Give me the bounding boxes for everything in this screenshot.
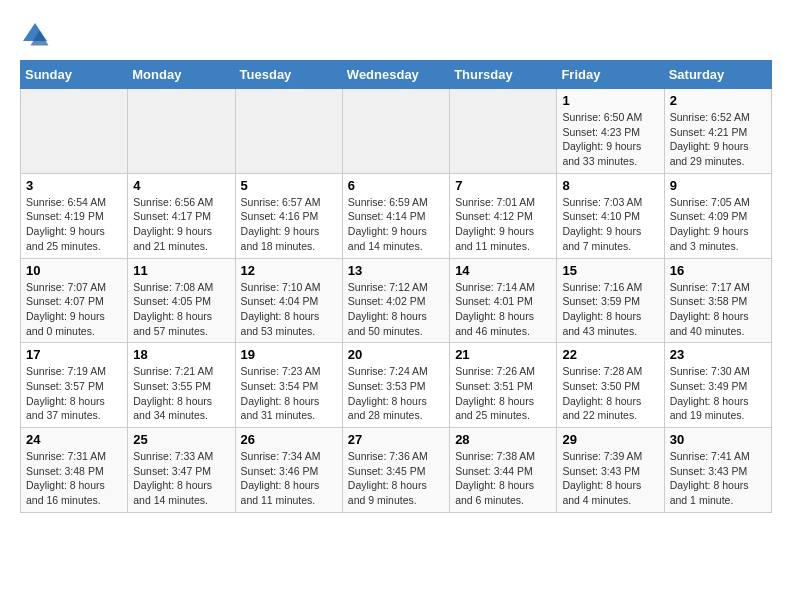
day-info: Sunrise: 7:12 AM Sunset: 4:02 PM Dayligh…: [348, 280, 444, 339]
day-info: Sunrise: 7:08 AM Sunset: 4:05 PM Dayligh…: [133, 280, 229, 339]
day-info: Sunrise: 7:38 AM Sunset: 3:44 PM Dayligh…: [455, 449, 551, 508]
day-number: 13: [348, 263, 444, 278]
day-info: Sunrise: 7:17 AM Sunset: 3:58 PM Dayligh…: [670, 280, 766, 339]
calendar-cell: 21Sunrise: 7:26 AM Sunset: 3:51 PM Dayli…: [450, 343, 557, 428]
calendar-cell: 13Sunrise: 7:12 AM Sunset: 4:02 PM Dayli…: [342, 258, 449, 343]
day-info: Sunrise: 6:52 AM Sunset: 4:21 PM Dayligh…: [670, 110, 766, 169]
day-number: 15: [562, 263, 658, 278]
day-number: 2: [670, 93, 766, 108]
calendar-cell: [21, 89, 128, 174]
day-info: Sunrise: 7:19 AM Sunset: 3:57 PM Dayligh…: [26, 364, 122, 423]
calendar-cell: 20Sunrise: 7:24 AM Sunset: 3:53 PM Dayli…: [342, 343, 449, 428]
day-info: Sunrise: 7:34 AM Sunset: 3:46 PM Dayligh…: [241, 449, 337, 508]
calendar-cell: 10Sunrise: 7:07 AM Sunset: 4:07 PM Dayli…: [21, 258, 128, 343]
day-info: Sunrise: 6:56 AM Sunset: 4:17 PM Dayligh…: [133, 195, 229, 254]
calendar-cell: 12Sunrise: 7:10 AM Sunset: 4:04 PM Dayli…: [235, 258, 342, 343]
day-info: Sunrise: 7:26 AM Sunset: 3:51 PM Dayligh…: [455, 364, 551, 423]
calendar-cell: 30Sunrise: 7:41 AM Sunset: 3:43 PM Dayli…: [664, 428, 771, 513]
calendar-week-1: 1Sunrise: 6:50 AM Sunset: 4:23 PM Daylig…: [21, 89, 772, 174]
calendar-cell: 28Sunrise: 7:38 AM Sunset: 3:44 PM Dayli…: [450, 428, 557, 513]
col-monday: Monday: [128, 61, 235, 89]
calendar-header: Sunday Monday Tuesday Wednesday Thursday…: [21, 61, 772, 89]
logo-icon: [20, 20, 50, 50]
calendar-cell: 7Sunrise: 7:01 AM Sunset: 4:12 PM Daylig…: [450, 173, 557, 258]
col-saturday: Saturday: [664, 61, 771, 89]
day-info: Sunrise: 7:01 AM Sunset: 4:12 PM Dayligh…: [455, 195, 551, 254]
day-number: 12: [241, 263, 337, 278]
day-info: Sunrise: 7:07 AM Sunset: 4:07 PM Dayligh…: [26, 280, 122, 339]
calendar-cell: 27Sunrise: 7:36 AM Sunset: 3:45 PM Dayli…: [342, 428, 449, 513]
calendar-table: Sunday Monday Tuesday Wednesday Thursday…: [20, 60, 772, 513]
day-number: 24: [26, 432, 122, 447]
day-number: 7: [455, 178, 551, 193]
day-number: 25: [133, 432, 229, 447]
day-info: Sunrise: 6:59 AM Sunset: 4:14 PM Dayligh…: [348, 195, 444, 254]
day-info: Sunrise: 7:14 AM Sunset: 4:01 PM Dayligh…: [455, 280, 551, 339]
calendar-cell: 8Sunrise: 7:03 AM Sunset: 4:10 PM Daylig…: [557, 173, 664, 258]
day-number: 6: [348, 178, 444, 193]
calendar-cell: [235, 89, 342, 174]
day-info: Sunrise: 7:10 AM Sunset: 4:04 PM Dayligh…: [241, 280, 337, 339]
calendar-week-3: 10Sunrise: 7:07 AM Sunset: 4:07 PM Dayli…: [21, 258, 772, 343]
day-info: Sunrise: 7:41 AM Sunset: 3:43 PM Dayligh…: [670, 449, 766, 508]
day-info: Sunrise: 7:28 AM Sunset: 3:50 PM Dayligh…: [562, 364, 658, 423]
day-number: 29: [562, 432, 658, 447]
day-info: Sunrise: 6:57 AM Sunset: 4:16 PM Dayligh…: [241, 195, 337, 254]
day-number: 17: [26, 347, 122, 362]
col-tuesday: Tuesday: [235, 61, 342, 89]
col-friday: Friday: [557, 61, 664, 89]
calendar-cell: 4Sunrise: 6:56 AM Sunset: 4:17 PM Daylig…: [128, 173, 235, 258]
calendar-week-4: 17Sunrise: 7:19 AM Sunset: 3:57 PM Dayli…: [21, 343, 772, 428]
day-number: 23: [670, 347, 766, 362]
day-number: 20: [348, 347, 444, 362]
calendar-cell: 14Sunrise: 7:14 AM Sunset: 4:01 PM Dayli…: [450, 258, 557, 343]
day-number: 19: [241, 347, 337, 362]
calendar-cell: 11Sunrise: 7:08 AM Sunset: 4:05 PM Dayli…: [128, 258, 235, 343]
logo: [20, 20, 54, 50]
day-number: 22: [562, 347, 658, 362]
calendar-cell: 17Sunrise: 7:19 AM Sunset: 3:57 PM Dayli…: [21, 343, 128, 428]
calendar-cell: 23Sunrise: 7:30 AM Sunset: 3:49 PM Dayli…: [664, 343, 771, 428]
calendar-cell: 25Sunrise: 7:33 AM Sunset: 3:47 PM Dayli…: [128, 428, 235, 513]
day-number: 14: [455, 263, 551, 278]
calendar-cell: 16Sunrise: 7:17 AM Sunset: 3:58 PM Dayli…: [664, 258, 771, 343]
calendar-cell: 29Sunrise: 7:39 AM Sunset: 3:43 PM Dayli…: [557, 428, 664, 513]
day-number: 9: [670, 178, 766, 193]
day-info: Sunrise: 6:50 AM Sunset: 4:23 PM Dayligh…: [562, 110, 658, 169]
day-number: 26: [241, 432, 337, 447]
calendar-cell: 3Sunrise: 6:54 AM Sunset: 4:19 PM Daylig…: [21, 173, 128, 258]
day-number: 8: [562, 178, 658, 193]
calendar-cell: 26Sunrise: 7:34 AM Sunset: 3:46 PM Dayli…: [235, 428, 342, 513]
day-info: Sunrise: 7:03 AM Sunset: 4:10 PM Dayligh…: [562, 195, 658, 254]
day-number: 30: [670, 432, 766, 447]
calendar-body: 1Sunrise: 6:50 AM Sunset: 4:23 PM Daylig…: [21, 89, 772, 513]
day-info: Sunrise: 6:54 AM Sunset: 4:19 PM Dayligh…: [26, 195, 122, 254]
day-number: 5: [241, 178, 337, 193]
day-number: 1: [562, 93, 658, 108]
calendar-cell: 15Sunrise: 7:16 AM Sunset: 3:59 PM Dayli…: [557, 258, 664, 343]
calendar-cell: [450, 89, 557, 174]
day-info: Sunrise: 7:05 AM Sunset: 4:09 PM Dayligh…: [670, 195, 766, 254]
day-number: 18: [133, 347, 229, 362]
col-sunday: Sunday: [21, 61, 128, 89]
calendar-week-5: 24Sunrise: 7:31 AM Sunset: 3:48 PM Dayli…: [21, 428, 772, 513]
day-number: 4: [133, 178, 229, 193]
calendar-cell: 9Sunrise: 7:05 AM Sunset: 4:09 PM Daylig…: [664, 173, 771, 258]
day-number: 28: [455, 432, 551, 447]
col-wednesday: Wednesday: [342, 61, 449, 89]
page-header: [20, 20, 772, 50]
day-number: 21: [455, 347, 551, 362]
calendar-cell: 6Sunrise: 6:59 AM Sunset: 4:14 PM Daylig…: [342, 173, 449, 258]
day-info: Sunrise: 7:23 AM Sunset: 3:54 PM Dayligh…: [241, 364, 337, 423]
calendar-cell: 18Sunrise: 7:21 AM Sunset: 3:55 PM Dayli…: [128, 343, 235, 428]
day-number: 10: [26, 263, 122, 278]
calendar-cell: 19Sunrise: 7:23 AM Sunset: 3:54 PM Dayli…: [235, 343, 342, 428]
day-info: Sunrise: 7:30 AM Sunset: 3:49 PM Dayligh…: [670, 364, 766, 423]
calendar-week-2: 3Sunrise: 6:54 AM Sunset: 4:19 PM Daylig…: [21, 173, 772, 258]
calendar-cell: 24Sunrise: 7:31 AM Sunset: 3:48 PM Dayli…: [21, 428, 128, 513]
day-info: Sunrise: 7:31 AM Sunset: 3:48 PM Dayligh…: [26, 449, 122, 508]
calendar-cell: 2Sunrise: 6:52 AM Sunset: 4:21 PM Daylig…: [664, 89, 771, 174]
day-info: Sunrise: 7:36 AM Sunset: 3:45 PM Dayligh…: [348, 449, 444, 508]
day-info: Sunrise: 7:16 AM Sunset: 3:59 PM Dayligh…: [562, 280, 658, 339]
day-info: Sunrise: 7:39 AM Sunset: 3:43 PM Dayligh…: [562, 449, 658, 508]
